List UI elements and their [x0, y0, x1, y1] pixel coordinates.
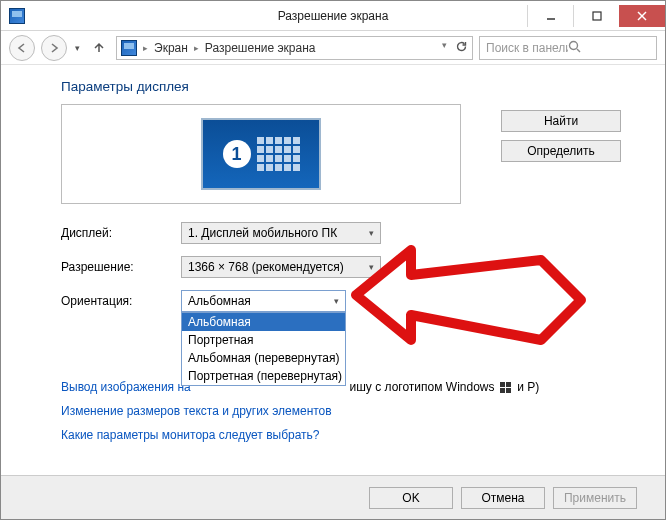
- back-button[interactable]: [9, 35, 35, 61]
- apply-button[interactable]: Применить: [553, 487, 637, 509]
- label-display: Дисплей:: [61, 226, 181, 240]
- chevron-right-icon: ▸: [141, 43, 150, 53]
- find-button[interactable]: Найти: [501, 110, 621, 132]
- label-resolution: Разрешение:: [61, 260, 181, 274]
- svg-line-5: [577, 49, 580, 52]
- display-preview-row: 1 Найти Определить: [61, 104, 621, 204]
- row-orientation: Ориентация: Альбомная ▾: [61, 290, 621, 312]
- chevron-down-icon: ▾: [361, 228, 374, 238]
- chevron-down-icon: ▾: [326, 296, 339, 306]
- minimize-button[interactable]: [527, 5, 573, 27]
- display-preview[interactable]: 1: [61, 104, 461, 204]
- search-icon: [568, 40, 650, 56]
- search-placeholder: Поиск в панели управления: [486, 41, 568, 55]
- title-bar: Разрешение экрана: [1, 1, 665, 31]
- orientation-dropdown[interactable]: Альбомная Портретная Альбомная (переверн…: [181, 312, 346, 386]
- chevron-right-icon: ▸: [192, 43, 201, 53]
- window-title: Разрешение экрана: [278, 9, 389, 23]
- resolution-select[interactable]: 1366 × 768 (рекомендуется) ▾: [181, 256, 381, 278]
- orientation-option-portrait-flipped[interactable]: Портретная (перевернутая): [182, 367, 345, 385]
- up-button[interactable]: [88, 37, 110, 59]
- close-button[interactable]: [619, 5, 665, 27]
- orientation-select-value: Альбомная: [188, 294, 251, 308]
- address-bar[interactable]: ▸ Экран ▸ Разрешение экрана ▾: [116, 36, 473, 60]
- link-text-size[interactable]: Изменение размеров текста и других элеме…: [61, 404, 332, 418]
- display-actions: Найти Определить: [501, 104, 621, 162]
- windows-logo-icon: [500, 382, 512, 394]
- monitor-thumb[interactable]: 1: [201, 118, 321, 190]
- ok-button[interactable]: OK: [369, 487, 453, 509]
- forward-button[interactable]: [41, 35, 67, 61]
- chevron-down-icon[interactable]: ▾: [440, 40, 449, 56]
- link-project-pre: Вывод изображения на: [61, 380, 191, 394]
- orientation-option-portrait[interactable]: Портретная: [182, 331, 345, 349]
- detect-button[interactable]: Определить: [501, 140, 621, 162]
- display-icon: [121, 40, 137, 56]
- chevron-down-icon: ▾: [361, 262, 374, 272]
- section-title: Параметры дисплея: [61, 79, 621, 94]
- svg-point-4: [570, 41, 578, 49]
- monitor-grid-icon: [257, 137, 300, 171]
- content-area: Параметры дисплея 1 Найти Определить Дис…: [1, 65, 665, 442]
- cancel-button[interactable]: Отмена: [461, 487, 545, 509]
- breadcrumb-item[interactable]: Разрешение экрана: [205, 41, 316, 55]
- history-dropdown-icon[interactable]: ▾: [73, 43, 82, 53]
- link-project-tail: и P): [517, 380, 539, 394]
- window-controls: [527, 5, 665, 27]
- links-block: Вывод изображения на XXXXXXXXXXXXXXXXXXX…: [61, 380, 621, 442]
- breadcrumb-item[interactable]: Экран: [154, 41, 188, 55]
- nav-bar: ▾ ▸ Экран ▸ Разрешение экрана ▾ Поиск в …: [1, 31, 665, 65]
- dialog-footer: OK Отмена Применить: [1, 475, 665, 519]
- search-input[interactable]: Поиск в панели управления: [479, 36, 657, 60]
- row-display: Дисплей: 1. Дисплей мобильного ПК ▾: [61, 222, 621, 244]
- resolution-select-value: 1366 × 768 (рекомендуется): [188, 260, 344, 274]
- svg-rect-1: [593, 12, 601, 20]
- link-project-post: ишу с логотипом Windows: [350, 380, 495, 394]
- label-orientation: Ориентация:: [61, 294, 181, 308]
- refresh-icon[interactable]: [455, 40, 468, 56]
- app-icon: [9, 8, 25, 24]
- orientation-option-landscape-flipped[interactable]: Альбомная (перевернутая): [182, 349, 345, 367]
- row-resolution: Разрешение: 1366 × 768 (рекомендуется) ▾: [61, 256, 621, 278]
- monitor-number: 1: [223, 140, 251, 168]
- orientation-select[interactable]: Альбомная ▾: [181, 290, 346, 312]
- display-select-value: 1. Дисплей мобильного ПК: [188, 226, 337, 240]
- display-select[interactable]: 1. Дисплей мобильного ПК ▾: [181, 222, 381, 244]
- maximize-button[interactable]: [573, 5, 619, 27]
- orientation-option-landscape[interactable]: Альбомная: [182, 313, 345, 331]
- link-monitor-help[interactable]: Какие параметры монитора следует выбрать…: [61, 428, 320, 442]
